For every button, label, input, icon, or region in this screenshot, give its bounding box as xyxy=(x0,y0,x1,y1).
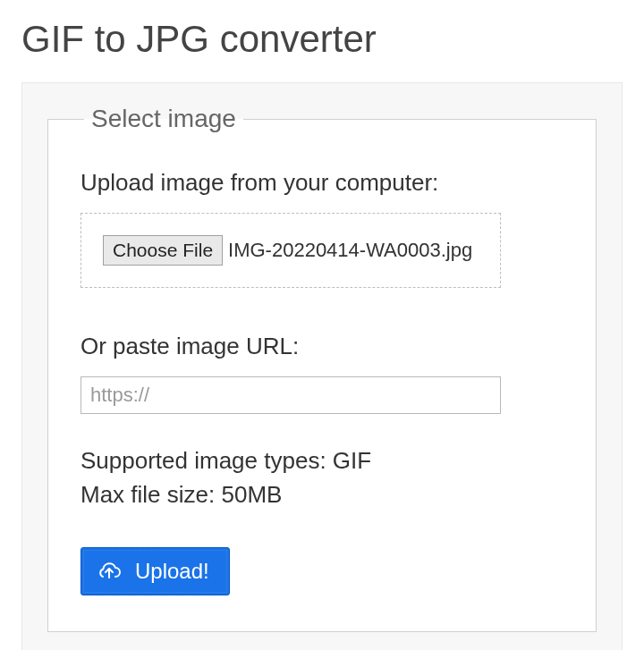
max-file-size-text: Max file size: 50MB xyxy=(80,478,564,512)
select-image-fieldset: Select image Upload image from your comp… xyxy=(47,105,597,632)
upload-from-computer-label: Upload image from your computer: xyxy=(80,169,564,197)
select-image-legend: Select image xyxy=(84,105,243,133)
upload-button[interactable]: Upload! xyxy=(80,547,230,595)
image-url-input[interactable] xyxy=(80,376,501,414)
converter-panel: Select image Upload image from your comp… xyxy=(21,82,623,650)
supported-types-text: Supported image types: GIF xyxy=(80,444,564,478)
file-chooser-dropzone[interactable]: Choose File IMG-20220414-WA0003.jpg xyxy=(80,213,501,288)
selected-file-name: IMG-20220414-WA0003.jpg xyxy=(228,239,472,262)
choose-file-button[interactable]: Choose File xyxy=(103,235,223,266)
info-group: Supported image types: GIF Max file size… xyxy=(80,444,564,511)
upload-button-label: Upload! xyxy=(135,559,209,584)
cloud-upload-icon xyxy=(96,561,123,582)
page-title: GIF to JPG converter xyxy=(0,0,644,75)
paste-url-label: Or paste image URL: xyxy=(80,333,564,360)
